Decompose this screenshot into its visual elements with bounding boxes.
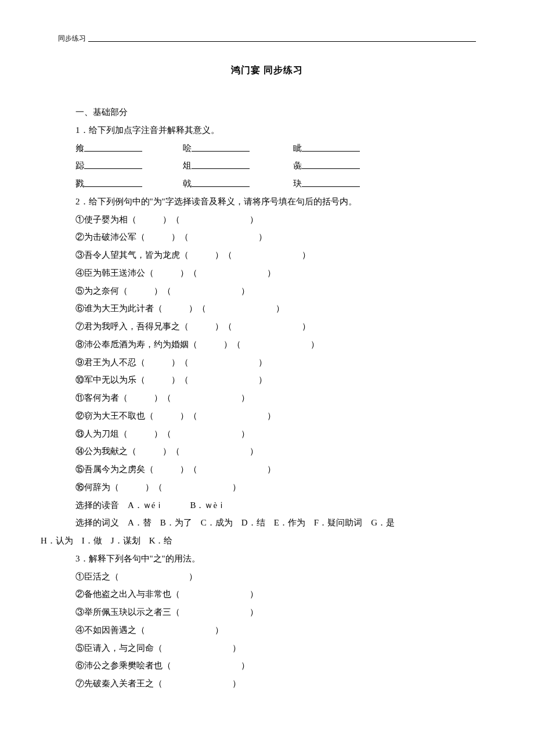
q2-item: ⑬人为刀俎（ ）（ ）	[58, 425, 476, 443]
q2-item: ⑪客何为者（ ）（ ）	[58, 389, 476, 407]
q1-char: 飨	[75, 143, 84, 153]
q2-item: ①使子婴为相（ ）（ ）	[58, 211, 476, 229]
q2-item: ③吾令人望其气，皆为龙虎（ ）（ ）	[58, 246, 476, 264]
blank-line	[192, 178, 250, 187]
q2-meaning-choices-2: H．认为 I．做 J．谋划 K．给	[41, 532, 476, 550]
q2-prompt: 2．给下列例句中的"为"字选择读音及释义，请将序号填在句后的括号内。	[58, 193, 476, 211]
q2-item: ⑩军中无以为乐（ ）（ ）	[58, 371, 476, 389]
header-rule	[88, 41, 476, 42]
blank-line	[84, 143, 142, 152]
q2-item: ⑫窃为大王不取也（ ）（ ）	[58, 407, 476, 425]
q2-item: ⑦君为我呼入，吾得兄事之（ ）（ ）	[58, 318, 476, 336]
blank-line	[192, 143, 250, 152]
q3-prompt: 3．解释下列各句中"之"的用法。	[58, 550, 476, 568]
q2-pron-choices: 选择的读音 A．ｗéｉ B．ｗèｉ	[58, 496, 476, 514]
q2-item: ⑭公为我献之（ ）（ ）	[58, 442, 476, 460]
blank-line	[84, 178, 142, 187]
q1-char: 俎	[183, 161, 192, 170]
q1-char: 跽	[75, 161, 84, 170]
q2-item: ⑧沛公奉卮酒为寿，约为婚姻（ ）（ ）	[58, 336, 476, 354]
q3-item: ④不如因善遇之（ ）	[58, 621, 476, 639]
q2-item: ④臣为韩王送沛公（ ）（ ）	[58, 264, 476, 282]
blank-line	[192, 160, 250, 169]
q2-item: ⑨君王为人不忍（ ）（ ）	[58, 354, 476, 372]
q1-row-1: 飨 哙 眦	[58, 139, 476, 157]
blank-line	[302, 160, 360, 169]
q3-item: ②备他盗之出入与非常也（ ）	[58, 585, 476, 603]
q1-row-3: 戮 戟 玦	[58, 175, 476, 193]
q2-item: ⑯何辞为（ ）（ ）	[58, 478, 476, 496]
header-label: 同步练习	[58, 34, 86, 44]
q1-row-2: 跽 俎 彘	[58, 157, 476, 175]
q1-char: 眦	[293, 143, 302, 153]
q3-item: ③举所佩玉玦以示之者三（ ）	[58, 603, 476, 621]
q3-item: ①臣活之（ ）	[58, 568, 476, 586]
q2-item: ⑮吾属今为之虏矣（ ）（ ）	[58, 460, 476, 478]
page-title: 鸿门宴 同步练习	[58, 64, 476, 77]
q3-item: ⑥沛公之参乘樊哙者也（ ）	[58, 657, 476, 675]
blank-line	[302, 178, 360, 187]
q3-item: ⑤臣请入，与之同命（ ）	[58, 639, 476, 657]
q2-item: ⑤为之奈何（ ）（ ）	[58, 282, 476, 300]
blank-line	[84, 160, 142, 169]
q1-char: 玦	[293, 179, 302, 188]
q1-char: 彘	[293, 161, 302, 170]
q2-meaning-choices-1: 选择的词义 A．替 B．为了 C．成为 D．结 E．作为 F．疑问助词 G．是	[58, 514, 476, 532]
page-header: 同步练习	[58, 34, 476, 44]
q2-item: ②为击破沛公军（ ）（ ）	[58, 228, 476, 246]
q1-char: 哙	[183, 143, 192, 153]
q2-item: ⑥谁为大王为此计者（ ）（ ）	[58, 300, 476, 318]
page-container: 同步练习 鸿门宴 同步练习 一、基础部分 1．给下列加点字注音并解释其意义。 飨…	[0, 0, 534, 716]
q1-prompt: 1．给下列加点字注音并解释其意义。	[58, 121, 476, 139]
section-heading: 一、基础部分	[58, 103, 476, 121]
q3-item: ⑦先破秦入关者王之（ ）	[58, 675, 476, 693]
q1-char: 戮	[75, 179, 84, 188]
q1-char: 戟	[183, 179, 192, 188]
blank-line	[302, 143, 360, 152]
